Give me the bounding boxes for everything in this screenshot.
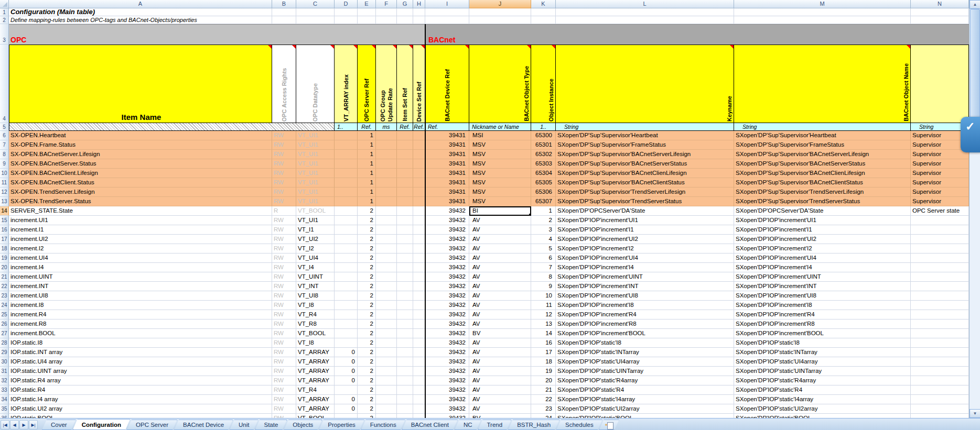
cell-I8[interactable]: 39431 (425, 150, 469, 159)
cell-B32[interactable]: RW (272, 376, 296, 385)
row-header-7[interactable]: 7 (0, 140, 9, 150)
cell-C6[interactable]: VT_UI1 (296, 131, 335, 140)
cell-L26[interactable]: SXopen'DP'IOP'increment'R8 (556, 319, 734, 329)
cell-J16[interactable]: AV (469, 225, 531, 235)
cell-G13[interactable] (397, 197, 413, 206)
cell-M21[interactable]: SXopen'DP'IOP'increment'UINT (734, 272, 911, 282)
cell-N18[interactable] (911, 244, 969, 253)
sheet-tab-opc-server[interactable]: OPC Server (127, 420, 177, 430)
sheet-tab-state[interactable]: State (255, 420, 287, 430)
cell-K6[interactable]: 65300 (531, 131, 556, 140)
cell-L32[interactable]: SXopen'DP'IOP'static'R4array (556, 376, 734, 385)
cell-E30[interactable]: 2 (358, 357, 376, 367)
cell-F24[interactable] (376, 301, 397, 310)
scroll-down-button[interactable]: ▼ (970, 409, 980, 418)
cell-A30[interactable]: IOP.static.UI4 array (9, 357, 272, 367)
cell-K17[interactable]: 4 (531, 235, 556, 244)
cell-A15[interactable]: increment.UI1 (9, 216, 272, 225)
cell-K8[interactable]: 65302 (531, 150, 556, 159)
cell-H24[interactable] (413, 301, 425, 310)
cell-I32[interactable]: 39432 (425, 376, 469, 385)
cell-F28[interactable] (376, 338, 397, 348)
cell-I36[interactable]: 39432 (425, 414, 469, 418)
cell-D12[interactable] (335, 188, 358, 197)
cell-B33[interactable]: RW (272, 385, 296, 395)
cell-C32[interactable]: VT_ARRAY (296, 376, 335, 385)
cell-M32[interactable]: SXopen'DP'IOP'static'R4array (734, 376, 911, 385)
cell-C9[interactable]: VT_UI1 (296, 159, 335, 169)
cell-G17[interactable] (397, 235, 413, 244)
cell-D24[interactable] (335, 301, 358, 310)
cell-I15[interactable]: 39432 (425, 216, 469, 225)
cell-J31[interactable]: AV (469, 367, 531, 376)
header-cell-J[interactable]: BACnet Object Type (469, 45, 531, 123)
cell-C10[interactable]: VT_UI1 (296, 169, 335, 178)
cell-M10[interactable]: SXopen'DP'Sup'Supervisor'BACnetClienLife… (734, 169, 911, 178)
header-cell-L[interactable]: Keyname (556, 45, 734, 123)
cell-E8[interactable]: 1 (358, 150, 376, 159)
cell-E18[interactable]: 2 (358, 244, 376, 253)
cell-B34[interactable]: RW (272, 395, 296, 404)
cell-A35[interactable]: IOP.static.UI2 array (9, 404, 272, 414)
cell-I2[interactable] (425, 16, 469, 24)
cell-J8[interactable]: MSV (469, 150, 531, 159)
cell-M23[interactable]: SXopen'DP'IOP'increment'UI8 (734, 291, 911, 301)
header-cell-I[interactable]: BACnet Device Ref (425, 45, 469, 123)
cell-B14[interactable]: R (272, 206, 296, 216)
cell-C36[interactable]: VT_BOOL (296, 414, 335, 418)
cell-I28[interactable]: 39432 (425, 338, 469, 348)
cell-M29[interactable]: SXopen'DP'IOP'static'INTarray (734, 348, 911, 357)
cell-J10[interactable]: MSV (469, 169, 531, 178)
header-cell-C[interactable]: OPC Datatype (296, 45, 335, 123)
cell-D26[interactable] (335, 319, 358, 329)
cell-H14[interactable] (413, 206, 425, 216)
column-header-K[interactable]: K (531, 0, 556, 8)
cell-G36[interactable] (397, 414, 413, 418)
cell-N16[interactable] (911, 225, 969, 235)
cell-I1[interactable] (425, 8, 469, 16)
cell-J28[interactable]: AV (469, 338, 531, 348)
cell-J1[interactable] (469, 8, 531, 16)
cell-A13[interactable]: SX-OPEN.TrendServer.Status (9, 197, 272, 206)
cell-A9[interactable]: SX-OPEN.BACnetServer.Status (9, 159, 272, 169)
cell-G8[interactable] (397, 150, 413, 159)
cell-K23[interactable]: 10 (531, 291, 556, 301)
sub-header-K[interactable]: 1.. (531, 123, 556, 131)
cell-J7[interactable]: MSV (469, 140, 531, 150)
header-cell-M[interactable]: BACnet Object Name (734, 45, 911, 123)
cell-N9[interactable]: Supervisor (911, 159, 969, 169)
cell-L28[interactable]: SXopen'DP'IOP'static'I8 (556, 338, 734, 348)
cell-K2[interactable] (531, 16, 556, 24)
cell-E15[interactable]: 2 (358, 216, 376, 225)
cell-H13[interactable] (413, 197, 425, 206)
cell-D35[interactable]: 0 (335, 404, 358, 414)
insert-worksheet-tab[interactable]: ✦ (599, 420, 619, 430)
cell-M31[interactable]: SXopen'DP'IOP'static'UINTarray (734, 367, 911, 376)
cell-G27[interactable] (397, 329, 413, 338)
cell-B35[interactable]: RW (272, 404, 296, 414)
row-header-8[interactable]: 8 (0, 150, 9, 159)
cell-D2[interactable] (335, 16, 358, 24)
cell-N24[interactable] (911, 301, 969, 310)
cell-I7[interactable]: 39431 (425, 140, 469, 150)
cell-A33[interactable]: IOP.static.R4 (9, 385, 272, 395)
cell-G1[interactable] (397, 8, 413, 16)
sheet-tab-trend[interactable]: Trend (478, 420, 512, 430)
cell-G35[interactable] (397, 404, 413, 414)
cell-B15[interactable]: RW (272, 216, 296, 225)
cell-J32[interactable]: AV (469, 376, 531, 385)
cell-G33[interactable] (397, 385, 413, 395)
cell-G23[interactable] (397, 291, 413, 301)
cell-K28[interactable]: 16 (531, 338, 556, 348)
cell-M27[interactable]: SXopen'DP'IOP'increment'BOOL (734, 329, 911, 338)
row-header-24[interactable]: 24 (0, 301, 9, 310)
sub-header-G[interactable]: Ref. (397, 123, 413, 131)
cell-M18[interactable]: SXopen'DP'IOP'increment'I2 (734, 244, 911, 253)
row-header-4[interactable]: 4 (0, 45, 9, 123)
cell-F8[interactable] (376, 150, 397, 159)
header-cell-E[interactable]: OPC Server Ref (358, 45, 376, 123)
cell-G22[interactable] (397, 282, 413, 291)
cell-B7[interactable]: RW (272, 140, 296, 150)
cell-A31[interactable]: IOP.static.UINT array (9, 367, 272, 376)
cell-F20[interactable] (376, 263, 397, 272)
